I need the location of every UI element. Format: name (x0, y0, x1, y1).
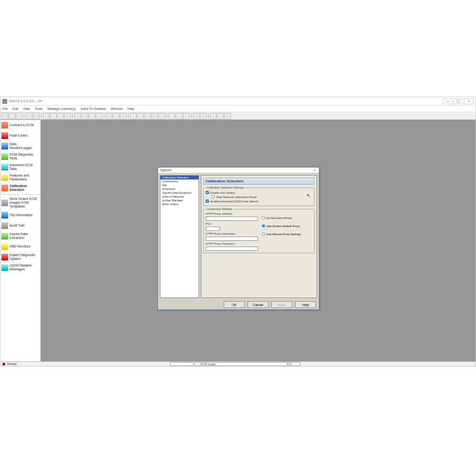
sidebar: Connect to ECM Fault Codes Data Monitor/… (0, 120, 41, 361)
menu-window[interactable]: Window (111, 107, 123, 110)
toolbar-button[interactable] (64, 113, 71, 119)
toolbar-button[interactable] (144, 113, 151, 119)
menu-bar: File Edit View Tools Manage License(s) S… (0, 106, 476, 112)
toolbar-button[interactable] (224, 113, 231, 119)
minimize-button[interactable]: — (443, 99, 453, 104)
manual-proxy-radio[interactable] (262, 232, 265, 236)
toolbar-button[interactable] (210, 113, 217, 119)
sidebar-item-expert-diag[interactable]: Expert Diagnostic System (0, 252, 40, 262)
toolbar-button[interactable] (200, 113, 207, 119)
menu-view[interactable]: View (23, 107, 30, 110)
tree-item-calibration[interactable]: Calibration Selection (160, 176, 198, 179)
menu-edit[interactable]: Edit (12, 107, 18, 110)
menu-send-to-guidanz[interactable]: Send To Guidanz (80, 107, 106, 110)
toolbar-button[interactable] (137, 113, 144, 119)
app-icon (2, 99, 7, 104)
toolbar-button[interactable] (33, 113, 40, 119)
view-network-drives-checkbox[interactable] (211, 195, 215, 198)
sidebar-item-fault-codes[interactable]: Fault Codes (0, 130, 40, 141)
tree-item-inquire[interactable]: Inquire Data Extraction (160, 191, 198, 195)
menu-tools[interactable]: Tools (35, 107, 42, 110)
menu-file[interactable]: File (2, 107, 8, 110)
toolbar-button[interactable] (169, 113, 175, 119)
toolbar-button[interactable] (50, 113, 57, 119)
ok-button[interactable]: OK (224, 301, 245, 308)
toolbar-button[interactable] (26, 113, 32, 119)
plug-icon (1, 122, 8, 129)
toolbar-button[interactable] (57, 113, 64, 119)
toolbar-button[interactable] (89, 113, 95, 119)
toolbar-button[interactable] (43, 113, 50, 119)
sidebar-item-obd-monitors[interactable]: OBD Monitors (0, 241, 40, 252)
proxy-password-input[interactable] (206, 247, 258, 251)
menu-help[interactable]: Help (128, 107, 134, 110)
extract-icon (1, 233, 8, 239)
options-dialog: Options × Calibration Selection Connecti… (158, 167, 319, 310)
toolbar-button[interactable] (130, 113, 137, 119)
tree-item-general[interactable]: General (160, 187, 198, 191)
options-tree: Calibration Selection Connections File G… (160, 175, 199, 298)
panel-title: Calibration Selection (203, 178, 315, 185)
toolbar-button[interactable] (1, 113, 8, 119)
folder-icon (1, 199, 8, 206)
sidebar-item-features[interactable]: Features and Parameters (0, 172, 40, 183)
enable-ecm-code-search-checkbox[interactable] (206, 199, 209, 203)
toolbar-button[interactable] (159, 113, 165, 119)
sidebar-item-trip-info[interactable]: Trip Information (0, 210, 40, 220)
enable-auto-detect-checkbox[interactable] (206, 191, 209, 194)
proxy-username-input[interactable] (206, 237, 258, 241)
sidebar-item-ecm-diagnostic[interactable]: ECM Diagnostic Tests (0, 151, 40, 162)
close-icon[interactable]: × (312, 168, 317, 173)
toolbar-button[interactable] (106, 113, 112, 119)
toolbar-button[interactable] (96, 113, 102, 119)
toolbar-button[interactable] (120, 113, 127, 119)
proxy-address-input[interactable] (206, 217, 258, 221)
toolbar-button[interactable] (176, 113, 182, 119)
maximize-button[interactable]: ▢ (454, 99, 463, 104)
toolbar-button[interactable] (16, 113, 22, 119)
tree-item-units[interactable]: Units of Measure (160, 195, 198, 198)
sidebar-item-inquire-data[interactable]: Inquire Data Extraction (0, 231, 40, 241)
sidebar-item-audit-trail[interactable]: Audit Trail (0, 220, 40, 231)
expert-icon (1, 254, 8, 260)
toolbar-button[interactable] (9, 113, 15, 119)
tree-item-work-orders[interactable]: Work Orders (160, 202, 198, 206)
sidebar-item-work-orders[interactable]: Work Orders ECM Images ECM Templates (0, 196, 40, 210)
group-legend: Calibration Selection Settings (206, 186, 245, 189)
chip-icon (1, 164, 8, 170)
status-bar: Ready 📄ECM Image▾ (0, 361, 476, 366)
tree-item-user-manager[interactable]: User Manager (160, 198, 198, 202)
apply-button[interactable]: Apply (271, 301, 292, 308)
obd-icon (1, 243, 8, 250)
toolbar (0, 112, 476, 120)
sidebar-item-data-monitor[interactable]: Data Monitor/Logger (0, 141, 40, 151)
group-legend: Connection Settings (206, 208, 233, 210)
sidebar-item-calibration[interactable]: Calibration Selection (0, 183, 40, 193)
system-proxy-radio[interactable] (262, 224, 265, 228)
gear-icon (1, 174, 8, 181)
toolbar-button[interactable] (151, 113, 158, 119)
toolbar-button[interactable] (183, 113, 189, 119)
status-dropdown[interactable]: 📄ECM Image▾ (195, 362, 290, 366)
toolbar-button[interactable] (113, 113, 119, 119)
toolbar-button[interactable] (81, 113, 88, 119)
port-input[interactable] (206, 227, 220, 231)
cancel-button[interactable]: Cancel (248, 301, 268, 308)
status-text: Ready (7, 362, 17, 366)
sidebar-item-advanced-ecm[interactable]: Advanced ECM Data (0, 162, 40, 172)
sidebar-item-connect-ecm[interactable]: Connect to ECM (0, 120, 40, 130)
tree-item-file[interactable]: File (160, 183, 198, 187)
toolbar-button[interactable] (193, 113, 199, 119)
toolbar-button[interactable] (217, 113, 224, 119)
trip-icon (1, 212, 8, 218)
help-button[interactable]: Help (295, 301, 316, 308)
connection-settings-group: Connection Settings HTTP Proxy Address :… (203, 209, 315, 253)
dialog-title: Options (160, 169, 312, 172)
toolbar-button[interactable] (74, 113, 81, 119)
sidebar-item-j1939[interactable]: J1939 Datalink Messages (0, 262, 40, 273)
close-button[interactable]: × (464, 99, 474, 104)
menu-manage-license[interactable]: Manage License(s) (48, 107, 76, 110)
no-proxy-radio[interactable] (262, 216, 265, 219)
tree-item-connections[interactable]: Connections (160, 179, 198, 183)
status-box (170, 362, 194, 366)
